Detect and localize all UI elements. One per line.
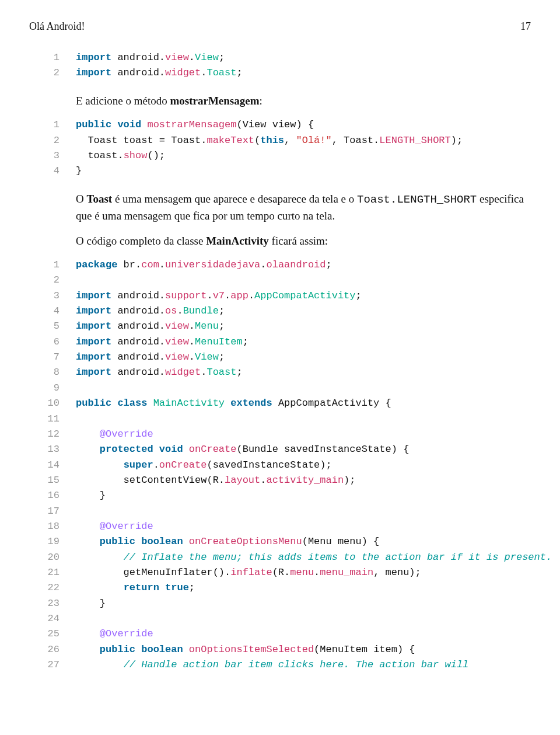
line-number: 23 [29, 596, 76, 611]
code-line: 2import android.widget.Toast; [29, 65, 531, 81]
prose-toast-desc: O Toast é uma mensagem que aparece e des… [76, 191, 531, 225]
code-line: 6import android.view.MenuItem; [29, 335, 531, 350]
code-content: @Override [76, 626, 153, 642]
code-content: import android.view.Menu; [76, 319, 225, 334]
code-content: package br.com.universidadejava.olaandro… [76, 257, 332, 273]
code-content: } [76, 163, 82, 179]
code-content: } [76, 488, 106, 503]
code-line: 27 // Handle action bar item clicks here… [29, 657, 531, 673]
code-content: import android.support.v7.app.AppCompatA… [76, 288, 362, 304]
code-line: 3 toast.show(); [29, 148, 531, 163]
line-number: 6 [29, 335, 76, 350]
class-name: MainActivity [206, 235, 269, 247]
code-content: import android.view.MenuItem; [76, 335, 249, 350]
line-number: 3 [29, 288, 76, 304]
text: E adicione o método [76, 95, 170, 107]
prose-add-method: E adicione o método mostrarMensagem: [76, 93, 531, 110]
line-number: 25 [29, 626, 76, 642]
line-number: 20 [29, 550, 76, 565]
line-number: 7 [29, 350, 76, 365]
line-number: 17 [29, 504, 76, 519]
code-content: import android.widget.Toast; [76, 65, 243, 81]
code-line: 25 @Override [29, 626, 531, 642]
line-number: 21 [29, 565, 76, 580]
code-content: public void mostrarMensagem(View view) { [76, 117, 314, 133]
code-line: 5import android.view.Menu; [29, 319, 531, 334]
code-line: 18 @Override [29, 519, 531, 534]
line-number: 9 [29, 381, 76, 396]
line-number: 13 [29, 442, 76, 457]
code-line: 1public void mostrarMensagem(View view) … [29, 117, 531, 133]
code-line: 26 public boolean onOptionsItemSelected(… [29, 642, 531, 657]
line-number: 18 [29, 519, 76, 534]
line-number: 19 [29, 534, 76, 549]
code-content: // Handle action bar item clicks here. T… [76, 657, 468, 673]
chapter-title: Olá Android! [29, 20, 85, 33]
line-number: 4 [29, 163, 76, 179]
code-line: 13 protected void onCreate(Bundle savedI… [29, 442, 531, 457]
code-line: 9 [29, 381, 531, 396]
code-content: @Override [76, 519, 153, 534]
code-line: 3import android.support.v7.app.AppCompat… [29, 288, 531, 304]
text: O código completo da classe [76, 235, 206, 247]
line-number: 11 [29, 412, 76, 427]
code-line: 1import android.view.View; [29, 50, 531, 65]
code-content: @Override [76, 427, 153, 442]
code-content: import android.widget.Toast; [76, 365, 243, 380]
code-line: 19 public boolean onCreateOptionsMenu(Me… [29, 534, 531, 549]
code-line: 21 getMenuInflater().inflate(R.menu.menu… [29, 565, 531, 580]
class-name: Toast [86, 193, 112, 205]
code-content: getMenuInflater().inflate(R.menu.menu_ma… [76, 565, 421, 580]
code-content: super.onCreate(savedInstanceState); [76, 458, 332, 473]
code-content: public class MainActivity extends AppCom… [76, 396, 391, 411]
code-line: 2 Toast toast = Toast.makeText(this, "Ol… [29, 133, 531, 148]
code-content: return true; [76, 580, 195, 595]
code-content: protected void onCreate(Bundle savedInst… [76, 442, 409, 457]
text: O [76, 193, 86, 205]
line-number: 24 [29, 611, 76, 626]
code-block-imports: 1import android.view.View;2import androi… [29, 50, 531, 81]
code-block-full: 1package br.com.universidadejava.olaandr… [29, 257, 531, 673]
line-number: 2 [29, 273, 76, 288]
code-line: 15 setContentView(R.layout.activity_main… [29, 473, 531, 488]
line-number: 27 [29, 657, 76, 673]
line-number: 5 [29, 319, 76, 334]
line-number: 4 [29, 304, 76, 319]
page-header: Olá Android! 17 [29, 20, 531, 33]
line-number: 3 [29, 148, 76, 163]
text: : [259, 95, 262, 107]
method-name: mostrarMensagem [170, 95, 259, 107]
code-line: 22 return true; [29, 580, 531, 595]
line-number: 22 [29, 580, 76, 595]
code-content: // Inflate the menu; this adds items to … [76, 550, 552, 565]
text: ficará assim: [269, 235, 328, 247]
code-line: 12 @Override [29, 427, 531, 442]
line-number: 8 [29, 365, 76, 380]
line-number: 1 [29, 257, 76, 273]
line-number: 26 [29, 642, 76, 657]
constant-name: Toast.LENGTH_SHORT [357, 193, 477, 206]
code-line: 23 } [29, 596, 531, 611]
code-line: 1package br.com.universidadejava.olaandr… [29, 257, 531, 273]
line-number: 15 [29, 473, 76, 488]
prose-full-code: O código completo da classe MainActivity… [76, 233, 531, 250]
code-content: import android.os.Bundle; [76, 304, 225, 319]
code-line: 8import android.widget.Toast; [29, 365, 531, 380]
line-number: 2 [29, 133, 76, 148]
code-line: 4} [29, 163, 531, 179]
code-line: 17 [29, 504, 531, 519]
code-content: setContentView(R.layout.activity_main); [76, 473, 356, 488]
code-content: } [76, 596, 106, 611]
code-line: 20 // Inflate the menu; this adds items … [29, 550, 531, 565]
line-number: 1 [29, 50, 76, 65]
text: é uma mensagem que aparece e desaparece … [112, 193, 357, 205]
code-content: import android.view.View; [76, 50, 225, 65]
code-line: 7import android.view.View; [29, 350, 531, 365]
code-content: toast.show(); [76, 148, 165, 163]
code-line: 14 super.onCreate(savedInstanceState); [29, 458, 531, 473]
line-number: 12 [29, 427, 76, 442]
line-number: 10 [29, 396, 76, 411]
line-number: 16 [29, 488, 76, 503]
code-content: Toast toast = Toast.makeText(this, "Olá!… [76, 133, 463, 148]
code-content: import android.view.View; [76, 350, 225, 365]
